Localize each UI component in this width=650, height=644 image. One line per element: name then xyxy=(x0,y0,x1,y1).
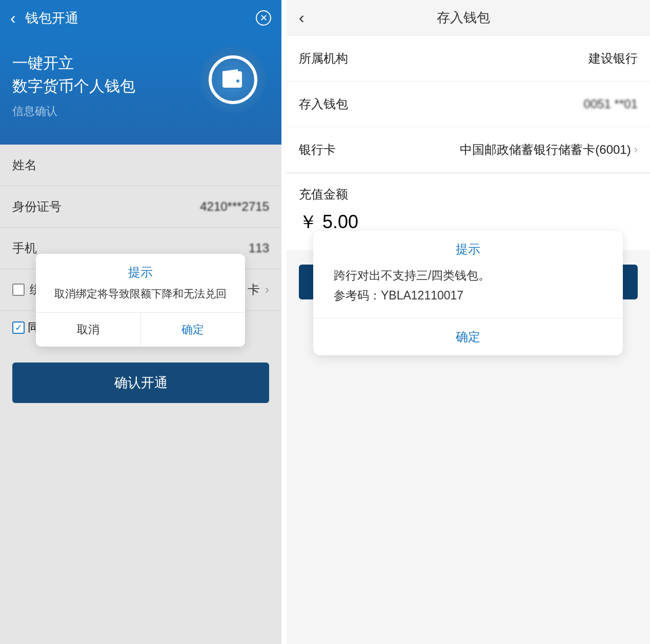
chevron-right-icon: › xyxy=(265,283,269,297)
deposit-wallet-value: 0051 **01 xyxy=(584,97,638,111)
dialog-unbind-warning: 提示 取消绑定将导致限额下降和无法兑回 取消 确定 xyxy=(36,254,245,347)
header-bar: ‹ 存入钱包 xyxy=(287,0,650,36)
header-bar: ‹ 钱包开通 ✕ xyxy=(0,0,281,36)
phone-label: 手机 xyxy=(12,240,37,256)
screen-deposit-wallet: ‹ 存入钱包 所属机构 建设银行 存入钱包 0051 **01 银行卡 中国邮政… xyxy=(287,0,650,644)
dialog-message: 取消绑定将导致限额下降和无法兑回 xyxy=(36,287,245,312)
confirm-open-button[interactable]: 确认开通 xyxy=(12,363,269,403)
chevron-right-icon: › xyxy=(634,143,638,156)
amount-label: 充值金额 xyxy=(287,173,650,210)
id-value: 4210***2715 xyxy=(200,199,269,214)
consent-checkbox[interactable]: ✓ xyxy=(12,321,25,334)
header-title: 存入钱包 xyxy=(289,9,638,27)
row-name[interactable]: 姓名 xyxy=(0,145,281,186)
dialog-ok-button[interactable]: 确定 xyxy=(313,318,623,355)
hero-banner: 一键开立 数字货币个人钱包 信息确认 xyxy=(0,36,281,145)
deposit-wallet-label: 存入钱包 xyxy=(299,96,348,112)
dialog-deposit-error: 提示 跨行对出不支持三/四类钱包。 参考码：YBLA12110017 确定 xyxy=(313,231,623,355)
bank-card-value: 中国邮政储蓄银行储蓄卡(6001) xyxy=(460,142,631,158)
row-bank-card[interactable]: 银行卡 中国邮政储蓄银行储蓄卡(6001) › xyxy=(287,127,650,173)
dialog-ok-button[interactable]: 确定 xyxy=(141,313,246,347)
institution-value: 建设银行 xyxy=(588,50,638,67)
id-label: 身份证号 xyxy=(12,198,62,215)
row-id[interactable]: 身份证号 4210***2715 xyxy=(0,186,281,228)
bank-card-label: 银行卡 xyxy=(299,142,336,158)
dialog-title: 提示 xyxy=(36,254,245,287)
name-label: 姓名 xyxy=(12,157,37,173)
wallet-icon xyxy=(199,46,266,113)
screen-wallet-open: ‹ 钱包开通 ✕ 一键开立 数字货币个人钱包 信息确认 姓名 身份证号 4210… xyxy=(0,0,281,644)
dialog-title: 提示 xyxy=(313,231,623,266)
dialog-cancel-button[interactable]: 取消 xyxy=(36,313,141,347)
row-deposit-wallet[interactable]: 存入钱包 0051 **01 xyxy=(287,82,650,127)
row-institution: 所属机构 建设银行 xyxy=(287,36,650,82)
back-icon[interactable]: ‹ xyxy=(10,9,16,28)
card-value: 卡 xyxy=(248,281,260,298)
dialog-message: 跨行对出不支持三/四类钱包。 参考码：YBLA12110017 xyxy=(313,266,623,318)
institution-label: 所属机构 xyxy=(299,50,348,67)
phone-value: 113 xyxy=(249,241,269,255)
header-title: 钱包开通 xyxy=(25,9,78,27)
close-icon[interactable]: ✕ xyxy=(256,10,271,26)
bind-checkbox[interactable] xyxy=(12,284,25,296)
